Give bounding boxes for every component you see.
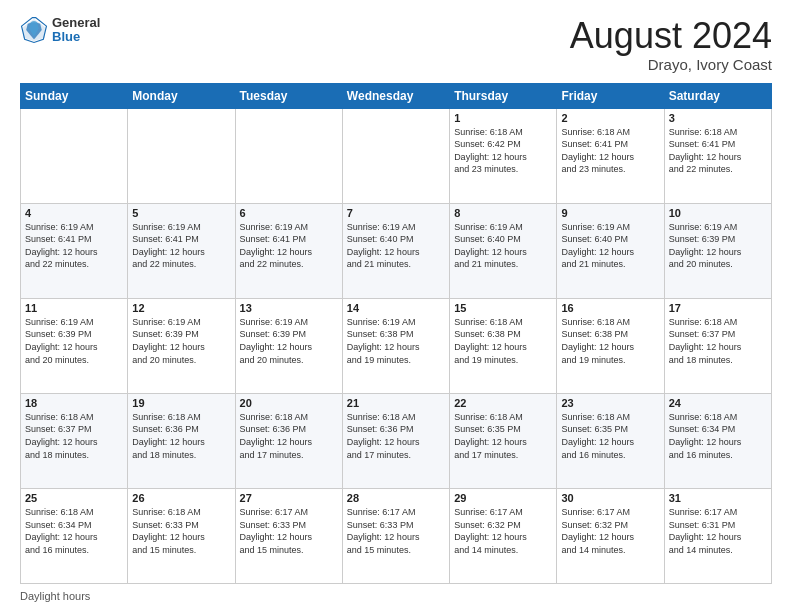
calendar-week-row: 18Sunrise: 6:18 AM Sunset: 6:37 PM Dayli… [21,393,772,488]
calendar-cell: 7Sunrise: 6:19 AM Sunset: 6:40 PM Daylig… [342,203,449,298]
day-info: Sunrise: 6:19 AM Sunset: 6:41 PM Dayligh… [240,221,338,271]
day-number: 30 [561,492,659,504]
day-number: 18 [25,397,123,409]
day-number: 11 [25,302,123,314]
calendar-cell: 4Sunrise: 6:19 AM Sunset: 6:41 PM Daylig… [21,203,128,298]
calendar-cell: 3Sunrise: 6:18 AM Sunset: 6:41 PM Daylig… [664,108,771,203]
calendar-cell: 23Sunrise: 6:18 AM Sunset: 6:35 PM Dayli… [557,393,664,488]
calendar-day-header: Sunday [21,83,128,108]
logo-line1: General [52,16,100,30]
calendar-cell: 17Sunrise: 6:18 AM Sunset: 6:37 PM Dayli… [664,298,771,393]
calendar-header-row: SundayMondayTuesdayWednesdayThursdayFrid… [21,83,772,108]
day-info: Sunrise: 6:18 AM Sunset: 6:37 PM Dayligh… [669,316,767,366]
title-month: August 2024 [570,16,772,56]
day-number: 27 [240,492,338,504]
day-info: Sunrise: 6:18 AM Sunset: 6:37 PM Dayligh… [25,411,123,461]
day-info: Sunrise: 6:18 AM Sunset: 6:41 PM Dayligh… [669,126,767,176]
calendar-cell: 2Sunrise: 6:18 AM Sunset: 6:41 PM Daylig… [557,108,664,203]
day-number: 17 [669,302,767,314]
calendar-cell: 13Sunrise: 6:19 AM Sunset: 6:39 PM Dayli… [235,298,342,393]
calendar-week-row: 25Sunrise: 6:18 AM Sunset: 6:34 PM Dayli… [21,488,772,583]
day-number: 19 [132,397,230,409]
day-number: 28 [347,492,445,504]
calendar-cell: 26Sunrise: 6:18 AM Sunset: 6:33 PM Dayli… [128,488,235,583]
day-number: 25 [25,492,123,504]
calendar-week-row: 11Sunrise: 6:19 AM Sunset: 6:39 PM Dayli… [21,298,772,393]
day-info: Sunrise: 6:19 AM Sunset: 6:39 PM Dayligh… [132,316,230,366]
calendar-cell [128,108,235,203]
day-info: Sunrise: 6:19 AM Sunset: 6:39 PM Dayligh… [25,316,123,366]
day-info: Sunrise: 6:17 AM Sunset: 6:33 PM Dayligh… [347,506,445,556]
calendar-day-header: Tuesday [235,83,342,108]
day-number: 16 [561,302,659,314]
day-number: 26 [132,492,230,504]
calendar-day-header: Monday [128,83,235,108]
logo-line2: Blue [52,30,100,44]
day-number: 13 [240,302,338,314]
calendar-cell [235,108,342,203]
day-number: 5 [132,207,230,219]
day-number: 7 [347,207,445,219]
header: General Blue August 2024 Drayo, Ivory Co… [20,16,772,73]
calendar-cell: 31Sunrise: 6:17 AM Sunset: 6:31 PM Dayli… [664,488,771,583]
calendar-week-row: 4Sunrise: 6:19 AM Sunset: 6:41 PM Daylig… [21,203,772,298]
day-info: Sunrise: 6:19 AM Sunset: 6:41 PM Dayligh… [132,221,230,271]
calendar-cell: 11Sunrise: 6:19 AM Sunset: 6:39 PM Dayli… [21,298,128,393]
day-info: Sunrise: 6:17 AM Sunset: 6:32 PM Dayligh… [561,506,659,556]
calendar-cell: 14Sunrise: 6:19 AM Sunset: 6:38 PM Dayli… [342,298,449,393]
calendar-cell: 1Sunrise: 6:18 AM Sunset: 6:42 PM Daylig… [450,108,557,203]
calendar-cell: 22Sunrise: 6:18 AM Sunset: 6:35 PM Dayli… [450,393,557,488]
calendar-cell: 28Sunrise: 6:17 AM Sunset: 6:33 PM Dayli… [342,488,449,583]
calendar-day-header: Thursday [450,83,557,108]
day-info: Sunrise: 6:17 AM Sunset: 6:31 PM Dayligh… [669,506,767,556]
day-info: Sunrise: 6:18 AM Sunset: 6:36 PM Dayligh… [240,411,338,461]
calendar-cell: 10Sunrise: 6:19 AM Sunset: 6:39 PM Dayli… [664,203,771,298]
day-number: 20 [240,397,338,409]
title-location: Drayo, Ivory Coast [570,56,772,73]
day-number: 24 [669,397,767,409]
day-info: Sunrise: 6:18 AM Sunset: 6:33 PM Dayligh… [132,506,230,556]
calendar-cell: 27Sunrise: 6:17 AM Sunset: 6:33 PM Dayli… [235,488,342,583]
day-info: Sunrise: 6:18 AM Sunset: 6:42 PM Dayligh… [454,126,552,176]
calendar-cell [342,108,449,203]
day-info: Sunrise: 6:18 AM Sunset: 6:38 PM Dayligh… [454,316,552,366]
logo-text: General Blue [52,16,100,45]
day-number: 2 [561,112,659,124]
calendar-cell: 20Sunrise: 6:18 AM Sunset: 6:36 PM Dayli… [235,393,342,488]
day-number: 29 [454,492,552,504]
calendar-cell: 18Sunrise: 6:18 AM Sunset: 6:37 PM Dayli… [21,393,128,488]
calendar-cell: 25Sunrise: 6:18 AM Sunset: 6:34 PM Dayli… [21,488,128,583]
day-info: Sunrise: 6:19 AM Sunset: 6:41 PM Dayligh… [25,221,123,271]
day-info: Sunrise: 6:18 AM Sunset: 6:36 PM Dayligh… [132,411,230,461]
page: General Blue August 2024 Drayo, Ivory Co… [0,0,792,612]
calendar-cell: 6Sunrise: 6:19 AM Sunset: 6:41 PM Daylig… [235,203,342,298]
calendar-cell: 16Sunrise: 6:18 AM Sunset: 6:38 PM Dayli… [557,298,664,393]
calendar-cell [21,108,128,203]
calendar-cell: 5Sunrise: 6:19 AM Sunset: 6:41 PM Daylig… [128,203,235,298]
day-info: Sunrise: 6:19 AM Sunset: 6:40 PM Dayligh… [561,221,659,271]
day-number: 21 [347,397,445,409]
calendar-cell: 19Sunrise: 6:18 AM Sunset: 6:36 PM Dayli… [128,393,235,488]
calendar-cell: 29Sunrise: 6:17 AM Sunset: 6:32 PM Dayli… [450,488,557,583]
day-number: 23 [561,397,659,409]
day-info: Sunrise: 6:18 AM Sunset: 6:35 PM Dayligh… [454,411,552,461]
day-number: 6 [240,207,338,219]
day-number: 8 [454,207,552,219]
calendar-cell: 12Sunrise: 6:19 AM Sunset: 6:39 PM Dayli… [128,298,235,393]
logo-icon [20,16,48,44]
calendar-cell: 21Sunrise: 6:18 AM Sunset: 6:36 PM Dayli… [342,393,449,488]
day-number: 22 [454,397,552,409]
day-number: 3 [669,112,767,124]
day-number: 4 [25,207,123,219]
day-info: Sunrise: 6:19 AM Sunset: 6:39 PM Dayligh… [240,316,338,366]
calendar-cell: 8Sunrise: 6:19 AM Sunset: 6:40 PM Daylig… [450,203,557,298]
calendar-cell: 15Sunrise: 6:18 AM Sunset: 6:38 PM Dayli… [450,298,557,393]
day-info: Sunrise: 6:19 AM Sunset: 6:38 PM Dayligh… [347,316,445,366]
day-info: Sunrise: 6:18 AM Sunset: 6:38 PM Dayligh… [561,316,659,366]
day-info: Sunrise: 6:17 AM Sunset: 6:32 PM Dayligh… [454,506,552,556]
day-info: Sunrise: 6:19 AM Sunset: 6:40 PM Dayligh… [347,221,445,271]
day-number: 31 [669,492,767,504]
day-info: Sunrise: 6:17 AM Sunset: 6:33 PM Dayligh… [240,506,338,556]
day-number: 9 [561,207,659,219]
calendar-cell: 9Sunrise: 6:19 AM Sunset: 6:40 PM Daylig… [557,203,664,298]
